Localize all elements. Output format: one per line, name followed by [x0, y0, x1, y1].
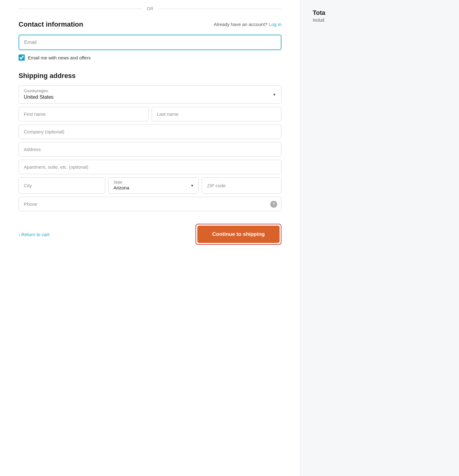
sidebar-panel: Tota Includ [300, 0, 459, 476]
sidebar-includes-label: Includ [313, 18, 447, 23]
contact-section-header: Contact information Already have an acco… [19, 20, 281, 28]
newsletter-checkbox-label[interactable]: Email me with news and offers [28, 55, 91, 60]
state-select-wrapper: State Arizona ▼ [108, 177, 199, 194]
country-select[interactable]: United States [19, 93, 281, 103]
last-name-input[interactable] [152, 107, 281, 121]
address-input[interactable] [19, 142, 281, 157]
contact-section-title: Contact information [19, 20, 83, 28]
name-row [19, 107, 281, 121]
address-row [19, 142, 281, 157]
login-link[interactable]: Log in [269, 22, 281, 27]
sidebar-total-label: Tota [313, 9, 447, 16]
phone-input[interactable] [19, 197, 281, 211]
apt-input[interactable] [19, 160, 281, 174]
question-mark: ? [272, 202, 275, 206]
zip-input[interactable] [202, 177, 281, 194]
return-to-cart-label: Return to cart [21, 232, 49, 237]
company-input[interactable] [19, 124, 281, 139]
continue-to-shipping-button[interactable]: Continue to shipping [197, 226, 280, 243]
newsletter-checkbox-row: Email me with news and offers [19, 54, 281, 61]
shipping-address-title: Shipping address [19, 72, 281, 80]
city-state-zip-row: State Arizona ▼ [19, 177, 281, 194]
or-divider: OR [19, 0, 281, 11]
email-input[interactable] [24, 40, 276, 45]
state-label: State [109, 178, 199, 184]
account-prompt-text: Already have an account? [214, 22, 267, 27]
chevron-left-icon: ‹ [19, 232, 20, 237]
account-prompt-row: Already have an account? Log in [214, 22, 281, 27]
newsletter-checkbox[interactable] [19, 54, 25, 61]
first-name-input[interactable] [19, 107, 148, 121]
phone-help-icon[interactable]: ? [270, 201, 277, 208]
state-select[interactable]: Arizona [109, 184, 199, 193]
return-to-cart-link[interactable]: ‹ Return to cart [19, 232, 49, 237]
or-text: OR [142, 6, 158, 11]
apt-row [19, 160, 281, 174]
city-input[interactable] [19, 177, 105, 194]
company-row [19, 124, 281, 139]
country-label: Country/region [19, 86, 281, 93]
footer-row: ‹ Return to cart Continue to shipping [19, 224, 281, 245]
phone-row: ? [19, 197, 281, 211]
country-select-wrapper: Country/region United States ▼ [19, 85, 281, 104]
email-input-wrapper [19, 35, 281, 50]
continue-button-wrapper: Continue to shipping [195, 224, 281, 245]
